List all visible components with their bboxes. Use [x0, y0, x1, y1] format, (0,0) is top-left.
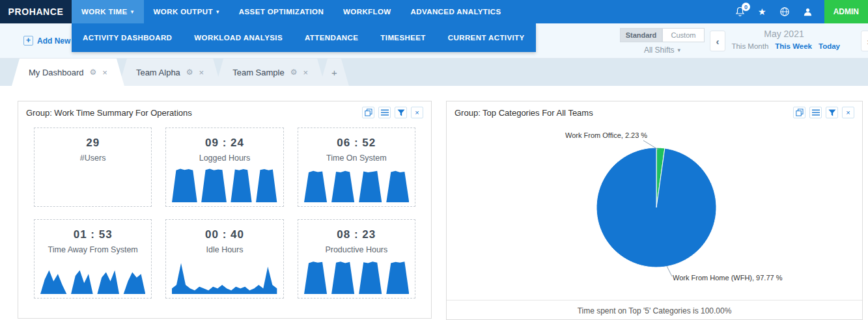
pie-chart-area: Work From Office, 2.23 % Work From Home … — [447, 124, 862, 300]
metric-label: Time On System — [298, 153, 415, 163]
metric-tile-time-on-system: 06 : 52 Time On System — [298, 127, 415, 207]
globe-icon — [779, 7, 790, 17]
all-shifts-dropdown[interactable]: All Shifts ▾ — [620, 46, 705, 55]
clone-widget-icon[interactable] — [793, 107, 805, 118]
nav-work-output[interactable]: WORK OUTPUT ▾ — [144, 0, 229, 23]
panel-header: Group: Work Time Summary For Operations — [18, 101, 431, 124]
filter-icon[interactable] — [395, 107, 407, 118]
pie-chart — [447, 124, 862, 300]
notifications-bell-icon[interactable]: 0 — [735, 7, 745, 17]
tab-settings-gear-icon[interactable]: ⚙ — [186, 68, 193, 77]
panel-actions: × — [362, 107, 423, 118]
panel-actions: × — [793, 107, 854, 118]
nav-asset-optimization-label: ASSET OPTIMIZATION — [239, 8, 324, 16]
prev-period-button[interactable]: ‹ — [710, 31, 725, 51]
next-period-button[interactable]: › — [861, 31, 868, 51]
tab-label: Team Alpha — [136, 68, 180, 77]
add-dashboard-tab-button[interactable]: + — [320, 59, 349, 86]
custom-view-button[interactable]: Custom — [662, 28, 705, 42]
tab-close-icon[interactable]: × — [303, 68, 308, 77]
nav-work-output-label: WORK OUTPUT — [154, 8, 213, 16]
top-categories-panel: Group: Top Categories For All Teams — [446, 101, 863, 320]
submenu-activity-dashboard[interactable]: ACTIVITY DASHBOARD — [72, 23, 183, 52]
plus-icon: + — [23, 36, 33, 46]
submenu-attendance[interactable]: ATTENDANCE — [294, 23, 369, 52]
metric-value: 01 : 53 — [35, 228, 151, 241]
sparkline-chart — [172, 166, 277, 202]
sparkline-chart — [304, 258, 409, 294]
menu-icon[interactable] — [809, 107, 822, 118]
clone-widget-icon[interactable] — [362, 107, 374, 118]
pie-label-work-from-home: Work From Home (WFH), 97.77 % — [673, 274, 783, 282]
panel-title: Group: Work Time Summary For Operations — [26, 108, 192, 118]
notification-count-badge: 0 — [742, 3, 750, 11]
close-widget-icon[interactable]: × — [411, 107, 423, 118]
sparkline-chart — [172, 258, 277, 294]
hamburger-icon — [812, 109, 820, 116]
chevron-left-icon: ‹ — [716, 36, 720, 47]
metric-value: 29 — [35, 137, 151, 150]
metric-value: 00 : 40 — [166, 228, 283, 241]
view-mode-toggle: Standard Custom — [620, 28, 705, 42]
today-link[interactable]: Today — [819, 42, 840, 50]
nav-advanced-analytics-label: ADVANCED ANALYTICS — [411, 8, 501, 16]
menu-icon[interactable] — [378, 107, 391, 118]
favorites-star-icon[interactable]: ★ — [758, 7, 766, 16]
user-profile-icon[interactable] — [803, 7, 813, 17]
tab-team-sample[interactable]: Team Sample ⚙ × — [216, 59, 325, 86]
metric-label: Productive Hours — [298, 245, 415, 254]
prohance-logo[interactable]: PROHANCE — [0, 0, 72, 23]
nav-asset-optimization[interactable]: ASSET OPTIMIZATION — [229, 0, 333, 23]
star-icon: ★ — [758, 7, 766, 16]
top-navbar: PROHANCE WORK TIME ▾ WORK OUTPUT ▾ ASSET… — [0, 0, 868, 23]
panel-title: Group: Top Categories For All Teams — [455, 108, 593, 118]
nav-advanced-analytics[interactable]: ADVANCED ANALYTICS — [401, 0, 511, 23]
tab-team-alpha[interactable]: Team Alpha ⚙ × — [119, 59, 221, 86]
tab-close-icon[interactable]: × — [102, 68, 107, 77]
submenu-current-activity[interactable]: CURRENT ACTIVITY — [437, 23, 536, 52]
view-filter-group: Standard Custom All Shifts ▾ — [620, 28, 705, 55]
prohance-dashboard: PROHANCE WORK TIME ▾ WORK OUTPUT ▾ ASSET… — [0, 0, 868, 320]
admin-menu-button[interactable]: ADMIN — [824, 0, 868, 23]
filter-icon[interactable] — [826, 107, 838, 118]
metric-tile-time-away: 01 : 53 Time Away From System — [34, 219, 152, 299]
tab-label: Team Sample — [232, 68, 284, 77]
funnel-icon — [828, 109, 836, 116]
tab-close-icon[interactable]: × — [199, 68, 204, 77]
metric-label: Logged Hours — [166, 153, 283, 163]
tab-label: My Dashboard — [29, 68, 84, 77]
submenu-workload-analysis[interactable]: WORKLOAD ANALYSIS — [183, 23, 294, 52]
nav-workflow-label: WORKFLOW — [343, 8, 391, 16]
work-time-submenu: ACTIVITY DASHBOARD WORKLOAD ANALYSIS ATT… — [72, 23, 536, 52]
metric-tile-productive-hours: 08 : 23 Productive Hours — [298, 219, 415, 299]
submenu-timesheet[interactable]: TIMESHEET — [369, 23, 436, 52]
pie-summary-text: Time spent on Top '5' Categories is 100.… — [447, 300, 862, 320]
close-widget-icon[interactable]: × — [842, 107, 854, 118]
this-month-link[interactable]: This Month — [731, 42, 768, 50]
metric-value: 09 : 24 — [166, 137, 283, 150]
nav-work-time[interactable]: WORK TIME ▾ — [72, 0, 144, 23]
clone-icon — [365, 109, 372, 116]
chevron-down-icon: ▾ — [131, 9, 134, 15]
nav-workflow[interactable]: WORKFLOW — [333, 0, 400, 23]
standard-view-button[interactable]: Standard — [620, 28, 662, 42]
tab-settings-gear-icon[interactable]: ⚙ — [90, 68, 97, 77]
navbar-utilities: 0 ★ — [735, 0, 824, 23]
tab-my-dashboard[interactable]: My Dashboard ⚙ × — [12, 59, 124, 86]
chevron-down-icon: ▾ — [216, 9, 219, 15]
nav-work-time-label: WORK TIME — [81, 8, 128, 16]
tab-settings-gear-icon[interactable]: ⚙ — [290, 68, 298, 77]
dashboard-tabbar: My Dashboard ⚙ × Team Alpha ⚙ × Team Sam… — [0, 59, 868, 86]
hamburger-icon — [381, 109, 389, 116]
period-selector: May 2021 This Month This Week Today — [728, 29, 840, 50]
chevron-down-icon: ▾ — [678, 47, 681, 53]
support-globe-icon[interactable] — [779, 7, 790, 17]
metric-tile-grid: 29 #Users 09 : 24 Logged Hours 06 : 52 T… — [18, 124, 431, 302]
this-week-link[interactable]: This Week — [775, 42, 812, 50]
dashboard-content: Group: Work Time Summary For Operations — [0, 86, 868, 320]
metric-tile-idle-hours: 00 : 40 Idle Hours — [165, 219, 283, 299]
main-nav: WORK TIME ▾ WORK OUTPUT ▾ ASSET OPTIMIZA… — [72, 0, 511, 23]
metric-tile-logged-hours: 09 : 24 Logged Hours — [165, 127, 283, 207]
metric-tile-users: 29 #Users — [34, 127, 152, 207]
plus-icon: + — [331, 67, 337, 78]
